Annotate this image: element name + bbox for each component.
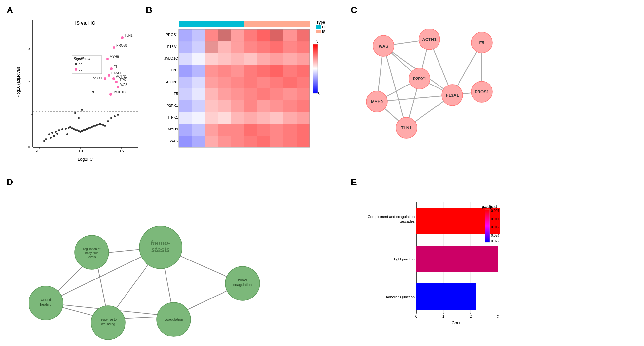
svg-rect-144 xyxy=(179,77,192,88)
svg-text:ITPK1: ITPK1 xyxy=(119,78,128,82)
svg-text:JMJD1C: JMJD1C xyxy=(164,56,178,60)
svg-text:WAS: WAS xyxy=(170,139,178,143)
svg-rect-135 xyxy=(205,65,218,77)
svg-point-25 xyxy=(69,126,71,128)
svg-rect-97 xyxy=(313,44,318,93)
svg-text:Tight junction: Tight junction xyxy=(393,257,415,261)
svg-text:3: 3 xyxy=(28,47,30,51)
svg-text:wound: wound xyxy=(40,298,51,302)
svg-point-59 xyxy=(74,112,76,114)
svg-text:MYH9: MYH9 xyxy=(168,127,178,131)
svg-rect-177 xyxy=(179,112,192,124)
svg-rect-204 xyxy=(244,136,257,147)
svg-rect-164 xyxy=(297,88,310,100)
svg-rect-142 xyxy=(297,65,310,77)
svg-rect-87 xyxy=(179,21,244,27)
svg-point-52 xyxy=(50,137,52,139)
svg-text:PROS1: PROS1 xyxy=(116,44,127,47)
svg-text:p.adjust: p.adjust xyxy=(482,204,497,209)
svg-rect-134 xyxy=(192,65,205,77)
ppi-network-svg: WAS ACTN1 F5 P2RX1 MYH9 F13A1 TLN1 xyxy=(351,16,515,164)
svg-text:ITPK1: ITPK1 xyxy=(168,115,178,119)
svg-rect-118 xyxy=(270,41,283,53)
svg-point-65 xyxy=(106,58,109,60)
svg-rect-152 xyxy=(283,77,297,88)
svg-point-69 xyxy=(108,74,110,77)
svg-rect-160 xyxy=(244,88,257,100)
svg-text:MYH9: MYH9 xyxy=(371,99,383,104)
svg-rect-173 xyxy=(270,100,283,112)
svg-rect-105 xyxy=(244,29,257,41)
svg-point-21 xyxy=(58,129,60,131)
svg-point-50 xyxy=(117,114,119,116)
svg-text:Complement and coagulation: Complement and coagulation xyxy=(368,215,415,219)
svg-rect-191 xyxy=(218,124,231,136)
svg-rect-196 xyxy=(283,124,297,136)
svg-rect-128 xyxy=(257,53,270,65)
heatmap: Type HC IS 3 0 -3 xyxy=(152,16,342,172)
svg-text:healing: healing xyxy=(40,302,51,306)
panel-d-label: D xyxy=(7,177,13,187)
svg-rect-114 xyxy=(218,41,231,53)
svg-point-63 xyxy=(113,46,115,49)
svg-text:Type: Type xyxy=(316,20,325,25)
svg-point-19 xyxy=(51,132,53,134)
svg-text:1: 1 xyxy=(28,113,30,117)
svg-rect-193 xyxy=(244,124,257,136)
svg-rect-162 xyxy=(270,88,283,100)
svg-rect-103 xyxy=(218,29,231,41)
svg-rect-167 xyxy=(192,100,205,112)
svg-rect-175 xyxy=(297,100,310,112)
svg-rect-109 xyxy=(297,29,310,41)
svg-rect-182 xyxy=(244,112,257,124)
svg-rect-117 xyxy=(257,41,270,53)
svg-text:F5: F5 xyxy=(479,40,484,45)
svg-rect-151 xyxy=(270,77,283,88)
svg-rect-188 xyxy=(179,124,192,136)
svg-rect-179 xyxy=(205,112,218,124)
svg-rect-107 xyxy=(270,29,283,41)
svg-text:hemo-: hemo- xyxy=(151,240,170,247)
svg-point-75 xyxy=(115,81,118,83)
svg-text:up: up xyxy=(79,68,83,71)
go-network: hemo- stasis wound healing blood coagula… xyxy=(7,188,342,346)
svg-rect-180 xyxy=(218,112,231,124)
svg-rect-172 xyxy=(257,100,270,112)
svg-text:wounding: wounding xyxy=(101,322,115,326)
panel-e-label: E xyxy=(351,177,357,187)
svg-text:JMJD1C: JMJD1C xyxy=(113,90,126,94)
svg-text:body fluid: body fluid xyxy=(85,251,99,255)
svg-point-20 xyxy=(55,131,57,133)
svg-text:WAS: WAS xyxy=(379,44,388,48)
svg-point-53 xyxy=(53,135,55,137)
svg-rect-140 xyxy=(270,65,283,77)
svg-text:coagulation: coagulation xyxy=(165,317,183,321)
svg-text:P2RX1: P2RX1 xyxy=(166,104,178,107)
svg-rect-136 xyxy=(218,65,231,77)
svg-rect-181 xyxy=(231,112,244,124)
svg-rect-190 xyxy=(205,124,218,136)
svg-rect-189 xyxy=(192,124,205,136)
svg-rect-194 xyxy=(257,124,270,136)
svg-rect-199 xyxy=(179,136,192,147)
svg-rect-138 xyxy=(244,65,257,77)
svg-point-67 xyxy=(110,67,113,70)
svg-text:1: 1 xyxy=(442,314,445,319)
svg-rect-206 xyxy=(270,136,283,147)
svg-point-18 xyxy=(48,133,50,135)
svg-text:P2RX1: P2RX1 xyxy=(92,76,102,80)
svg-rect-166 xyxy=(179,100,192,112)
svg-point-46 xyxy=(104,125,106,127)
svg-rect-113 xyxy=(205,41,218,53)
bar-chart: 0 1 2 3 Count Complement and c xyxy=(351,188,528,340)
svg-rect-293 xyxy=(485,210,490,242)
svg-rect-120 xyxy=(297,41,310,53)
svg-rect-127 xyxy=(244,53,257,65)
svg-rect-149 xyxy=(244,77,257,88)
svg-text:F13A1: F13A1 xyxy=(167,45,178,48)
svg-text:F13A1: F13A1 xyxy=(446,93,459,98)
svg-text:ACTN1: ACTN1 xyxy=(422,37,436,42)
svg-text:TLN1: TLN1 xyxy=(169,68,178,72)
svg-point-61 xyxy=(121,36,124,39)
svg-rect-150 xyxy=(257,77,270,88)
